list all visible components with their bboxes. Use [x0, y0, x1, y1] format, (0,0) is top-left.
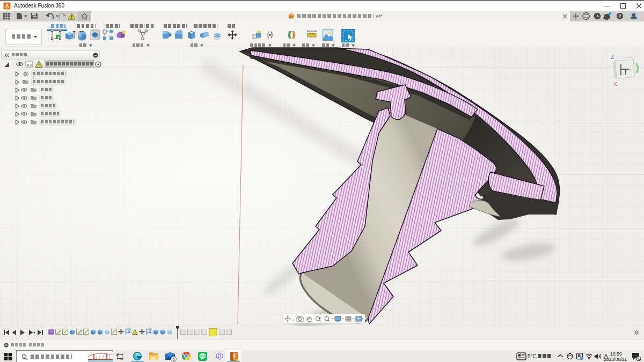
svg-text:10:59: 10:59 — [610, 351, 622, 357]
svg-text:2023/08/21: 2023/08/21 — [604, 357, 627, 362]
svg-text:5: 5 — [172, 357, 175, 362]
svg-text:6: 6 — [638, 357, 640, 361]
svg-text:5°C: 5°C — [528, 353, 537, 359]
svg-text:LINE: LINE — [200, 355, 205, 358]
svg-text:?: ? — [618, 13, 621, 19]
svg-text:Z: Z — [611, 54, 614, 60]
svg-text:X: X — [613, 81, 618, 87]
